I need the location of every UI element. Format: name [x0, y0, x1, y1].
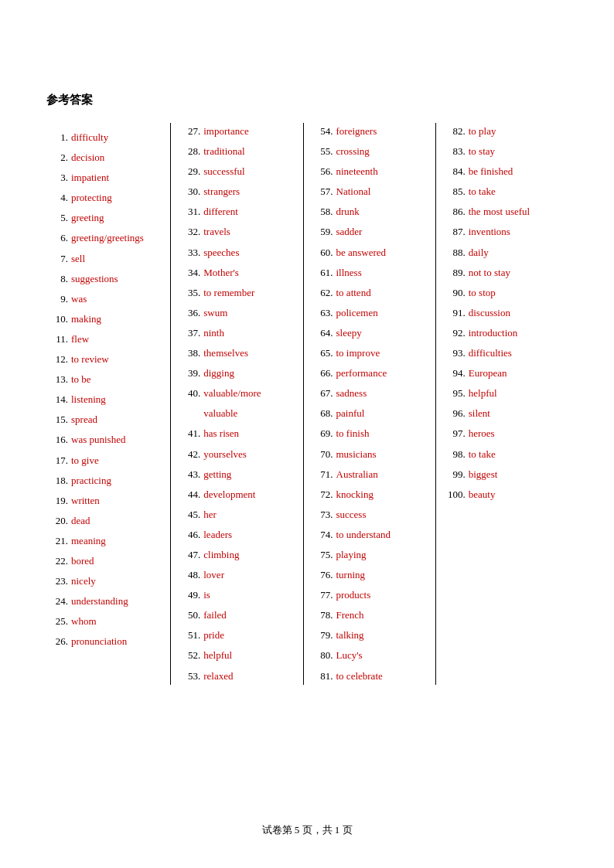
answer-number: 22. — [46, 553, 71, 570]
answer-item: 59.sadder — [312, 223, 428, 240]
answer-number: 77. — [312, 587, 336, 604]
answer-number: 66. — [312, 365, 336, 382]
answer-item: 74.to understand — [312, 526, 428, 543]
answer-item: 40.valuable/more — [179, 385, 295, 402]
answer-item: valuable — [179, 405, 295, 422]
answer-text: failed — [203, 607, 227, 624]
column-4: 82.to play83.to stay84.be finished85.to … — [444, 123, 568, 685]
answer-text: pride — [203, 627, 224, 644]
answer-number: 7. — [46, 250, 71, 267]
answer-number: 47. — [179, 546, 203, 563]
answer-item: 52.helpful — [179, 647, 295, 664]
answer-number: 38. — [179, 345, 203, 362]
answer-number: 39. — [179, 365, 203, 382]
answer-text: drunk — [336, 203, 360, 220]
answer-number: 48. — [179, 567, 203, 584]
answer-item: 23.nicely — [46, 573, 162, 590]
answer-text: products — [336, 587, 371, 604]
answer-item: 87.inventions — [444, 223, 560, 240]
answer-number: 92. — [444, 325, 469, 342]
answer-number: 43. — [179, 466, 203, 483]
answer-text: National — [336, 183, 371, 200]
answer-number: 37. — [179, 325, 203, 342]
answer-text: greeting — [71, 209, 104, 226]
answer-item: 5.greeting — [46, 209, 162, 226]
answer-item: 54.foreigners — [312, 123, 428, 140]
answer-text: greeting/greetings — [71, 230, 144, 247]
answer-number: 45. — [179, 506, 203, 523]
answer-item: 75.playing — [312, 546, 428, 563]
answer-number: 1. — [46, 129, 71, 146]
answer-item: 27.importance — [179, 123, 295, 140]
answer-number: 96. — [444, 405, 469, 422]
answer-text: strangers — [203, 183, 240, 200]
answer-text: nicely — [71, 573, 96, 590]
answer-number: 56. — [312, 163, 336, 180]
answer-number: 25. — [46, 613, 71, 630]
answer-item: 14.listening — [46, 391, 162, 408]
answer-number: 58. — [312, 203, 336, 220]
answer-item: 26.pronunciation — [46, 633, 162, 650]
answer-number: 73. — [312, 506, 336, 523]
answer-item: 90.to stop — [444, 284, 560, 301]
answer-item: 93.difficulties — [444, 345, 560, 362]
answer-number: 53. — [179, 668, 203, 685]
answer-text: protecting — [71, 189, 112, 206]
answer-text: talking — [336, 627, 364, 644]
answer-text: written — [71, 492, 100, 509]
answer-number: 5. — [46, 209, 71, 226]
answer-number: 41. — [179, 425, 203, 442]
answer-text: travels — [203, 223, 230, 240]
answer-number: 93. — [444, 345, 469, 362]
answer-item: 64.sleepy — [312, 325, 428, 342]
answer-text: difficulties — [469, 345, 512, 362]
answer-number: 70. — [312, 446, 336, 463]
answer-item: 83.to stay — [444, 143, 560, 160]
answer-number: 84. — [444, 163, 469, 180]
answer-text: listening — [71, 391, 106, 408]
answer-item: 96.silent — [444, 405, 560, 422]
answer-number: 17. — [46, 452, 71, 469]
answer-text: to be — [71, 371, 91, 388]
answer-text: swum — [203, 305, 227, 322]
answer-item: 10.making — [46, 311, 162, 328]
answer-number: 80. — [312, 647, 336, 664]
answer-text: meaning — [71, 533, 106, 550]
answer-item: 35.to remember — [179, 284, 295, 301]
answer-item: 92.introduction — [444, 325, 560, 342]
answer-item: 4.protecting — [46, 189, 162, 206]
answer-item: 13.to be — [46, 371, 162, 388]
answer-item: 78.French — [312, 607, 428, 624]
answer-text: spread — [71, 411, 97, 428]
answer-text: painful — [336, 405, 365, 422]
answer-text: is — [203, 587, 210, 604]
column-3: 54.foreigners55.crossing56.nineteenth57.… — [312, 123, 436, 685]
answer-text: success — [336, 506, 367, 523]
answer-text: the most useful — [469, 203, 530, 220]
answer-text: helpful — [203, 647, 232, 664]
answer-item: 28.traditional — [179, 143, 295, 160]
answer-text: to remember — [203, 284, 254, 301]
answer-item: 100.beauty — [444, 486, 560, 503]
answer-text: difficulty — [71, 129, 108, 146]
answer-text: to play — [469, 123, 496, 140]
answer-number: 90. — [444, 284, 469, 301]
answer-item: 6.greeting/greetings — [46, 230, 162, 247]
answer-item: 11.flew — [46, 331, 162, 348]
answer-number: 50. — [179, 607, 203, 624]
answer-item: 86.the most useful — [444, 203, 560, 220]
answer-item: 41.has risen — [179, 425, 295, 442]
answer-item: 19.written — [46, 492, 162, 509]
answer-text: impatient — [71, 169, 109, 186]
answer-number: 35. — [179, 284, 203, 301]
answer-item: 9.was — [46, 291, 162, 308]
answer-number: 55. — [312, 143, 336, 160]
answer-number: 46. — [179, 526, 203, 543]
answer-text: making — [71, 311, 101, 328]
answer-item: 20.dead — [46, 512, 162, 529]
answer-item: 48.lover — [179, 567, 295, 584]
answer-text: European — [469, 365, 507, 382]
answer-text: heroes — [469, 425, 495, 442]
column-1: 1.difficulty2.decision3.impatient4.prote… — [46, 123, 171, 685]
answer-text: be answered — [336, 244, 387, 261]
